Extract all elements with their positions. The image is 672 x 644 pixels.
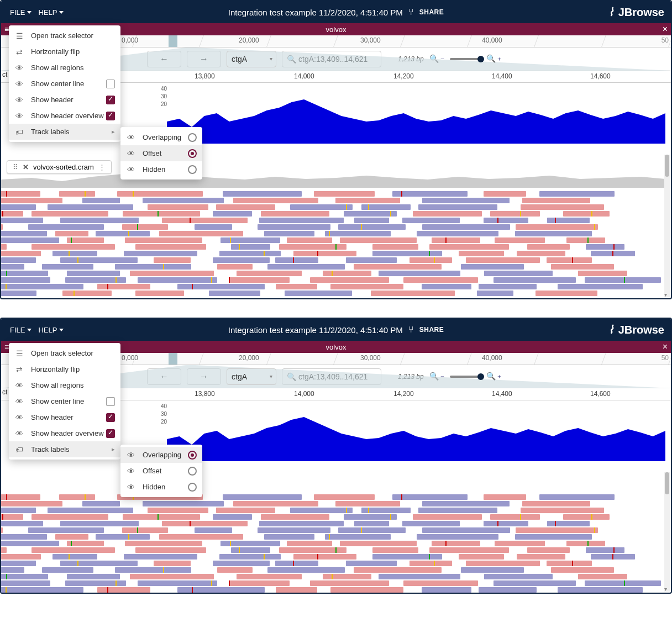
aligned-read[interactable] xyxy=(276,587,317,593)
aligned-read[interactable] xyxy=(67,237,104,243)
aligned-read[interactable] xyxy=(578,271,628,276)
aligned-read[interactable] xyxy=(1,271,48,276)
aligned-read[interactable] xyxy=(585,277,661,283)
aligned-read[interactable] xyxy=(42,567,93,573)
aligned-read[interactable] xyxy=(290,508,353,513)
aligned-read[interactable] xyxy=(1,547,7,553)
zoom-slider[interactable] xyxy=(450,58,483,60)
aligned-read[interactable] xyxy=(60,218,139,223)
file-menu-button[interactable]: FILE xyxy=(7,324,35,336)
aligned-read[interactable] xyxy=(67,574,120,579)
aligned-read[interactable] xyxy=(340,237,417,243)
aligned-read[interactable] xyxy=(403,277,478,283)
aligned-read[interactable] xyxy=(143,501,224,506)
aligned-read[interactable] xyxy=(330,587,403,593)
drag-handle-icon[interactable]: ⠿ xyxy=(13,163,18,171)
radio[interactable] xyxy=(188,165,197,174)
aligned-read[interactable] xyxy=(32,244,116,250)
aligned-read[interactable] xyxy=(422,284,471,289)
aligned-read[interactable] xyxy=(354,567,442,573)
pan-right-button[interactable]: → xyxy=(187,368,221,385)
aligned-read[interactable] xyxy=(135,547,206,553)
aligned-read[interactable] xyxy=(340,541,417,546)
aligned-read[interactable] xyxy=(275,257,318,263)
aligned-read[interactable] xyxy=(392,191,468,197)
aligned-read[interactable] xyxy=(515,231,592,236)
aligned-read[interactable] xyxy=(177,284,265,289)
aligned-read[interactable] xyxy=(479,587,537,593)
submenu-item-overlapping[interactable]: 👁Overlapping xyxy=(120,447,202,463)
aligned-read[interactable] xyxy=(195,224,232,230)
pan-right-button[interactable]: → xyxy=(187,51,221,67)
aligned-read[interactable] xyxy=(82,501,119,506)
drag-handle-icon[interactable]: ≡ xyxy=(4,342,9,351)
aligned-read[interactable] xyxy=(135,244,206,250)
aligned-read[interactable] xyxy=(422,587,471,593)
aligned-read[interactable] xyxy=(293,251,356,256)
aligned-read[interactable] xyxy=(123,211,200,217)
aligned-read[interactable] xyxy=(285,291,352,296)
aligned-read[interactable] xyxy=(1,204,36,210)
aligned-read[interactable] xyxy=(159,534,243,540)
aligned-read[interactable] xyxy=(566,541,605,546)
aligned-read[interactable] xyxy=(290,204,353,210)
overview-highlight[interactable] xyxy=(169,353,177,365)
aligned-read[interactable] xyxy=(346,561,397,566)
aligned-read[interactable] xyxy=(310,277,389,283)
aligned-read[interactable] xyxy=(96,231,150,236)
aligned-read[interactable] xyxy=(264,534,314,540)
aligned-read[interactable] xyxy=(195,527,232,533)
zoom-out-icon[interactable]: 🔍﹣ xyxy=(429,54,447,64)
close-view-button[interactable]: × xyxy=(663,342,668,352)
aligned-read[interactable] xyxy=(237,271,302,276)
aligned-read[interactable] xyxy=(216,508,275,513)
aligned-read[interactable] xyxy=(466,257,539,263)
aligned-read[interactable] xyxy=(585,580,661,586)
aligned-read[interactable] xyxy=(422,527,510,533)
aligned-read[interactable] xyxy=(422,198,510,203)
aligned-read[interactable] xyxy=(219,251,281,256)
zoom-in-icon[interactable]: 🔍﹢ xyxy=(486,54,503,64)
aligned-read[interactable] xyxy=(466,561,539,566)
aligned-read[interactable] xyxy=(479,284,537,289)
aligned-read[interactable] xyxy=(413,211,482,217)
aligned-read[interactable] xyxy=(515,534,592,540)
menu-item-show-header-overview[interactable]: 👁Show header overview xyxy=(9,108,120,124)
aligned-read[interactable] xyxy=(372,547,419,553)
aligned-read[interactable] xyxy=(323,574,371,579)
share-button[interactable]: SHARE xyxy=(419,8,444,16)
aligned-read[interactable] xyxy=(547,561,592,566)
aligned-read[interactable] xyxy=(551,264,614,270)
menu-item-show-header[interactable]: 👁Show header xyxy=(9,409,120,425)
aligned-read[interactable] xyxy=(461,264,524,270)
aligned-read[interactable] xyxy=(346,257,397,263)
drag-handle-icon[interactable]: ≡ xyxy=(4,25,9,34)
scrollbar-thumb[interactable] xyxy=(665,155,669,177)
aligned-read[interactable] xyxy=(402,521,460,526)
aligned-read[interactable] xyxy=(28,224,103,230)
aligned-read[interactable] xyxy=(495,237,544,243)
overview-highlight[interactable] xyxy=(169,35,177,47)
aligned-read[interactable] xyxy=(325,231,391,236)
aligned-read[interactable] xyxy=(287,237,333,243)
menu-item-open-track-selector[interactable]: ☰Open track selector xyxy=(9,28,120,44)
aligned-read[interactable] xyxy=(1,541,59,546)
aligned-read[interactable] xyxy=(344,514,397,520)
aligned-read[interactable] xyxy=(547,218,590,223)
pan-left-button[interactable]: ← xyxy=(147,51,181,67)
aligned-read[interactable] xyxy=(1,501,62,506)
file-menu-button[interactable]: FILE xyxy=(7,6,35,19)
aligned-read[interactable] xyxy=(138,277,217,283)
aligned-read[interactable] xyxy=(32,547,116,553)
aligned-read[interactable] xyxy=(1,237,59,243)
aligned-read[interactable] xyxy=(418,204,497,210)
menu-item-show-center-line[interactable]: 👁Show center line xyxy=(9,76,120,92)
aligned-read[interactable] xyxy=(1,561,36,566)
aligned-read[interactable] xyxy=(59,191,95,197)
aligned-read[interactable] xyxy=(60,561,137,566)
aligned-read[interactable] xyxy=(484,218,528,223)
aligned-read[interactable] xyxy=(477,291,513,296)
aligned-read[interactable] xyxy=(115,567,191,573)
aligned-read[interactable] xyxy=(578,574,628,579)
aligned-read[interactable] xyxy=(1,284,83,289)
